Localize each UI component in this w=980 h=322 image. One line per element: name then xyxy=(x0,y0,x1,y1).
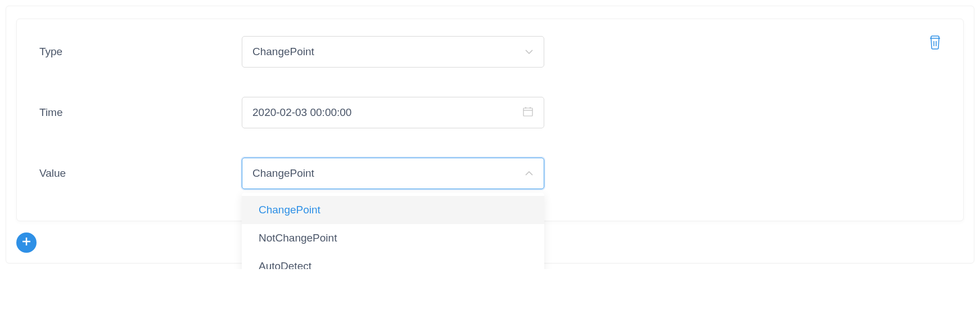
plus-icon xyxy=(21,236,31,249)
outer-card: Type ChangePoint Time xyxy=(6,6,974,263)
value-control: ChangePoint ChangePoint NotChangePoint A… xyxy=(242,158,544,189)
delete-button[interactable] xyxy=(928,35,943,50)
calendar-icon xyxy=(522,106,534,120)
time-row: Time xyxy=(39,97,941,128)
add-button[interactable] xyxy=(16,232,37,253)
dropdown-item-autodetect[interactable]: AutoDetect xyxy=(242,252,544,269)
dropdown-item-changepoint[interactable]: ChangePoint xyxy=(242,196,544,224)
chevron-up-icon xyxy=(525,169,534,178)
type-label: Type xyxy=(39,46,242,58)
value-row: Value ChangePoint ChangePoint NotChangeP… xyxy=(39,158,941,189)
time-control xyxy=(242,97,544,128)
value-select-value: ChangePoint xyxy=(252,167,314,180)
svg-rect-0 xyxy=(523,108,532,116)
type-control: ChangePoint xyxy=(242,36,544,68)
time-input-wrap[interactable] xyxy=(242,97,544,128)
value-label: Value xyxy=(39,167,242,180)
type-row: Type ChangePoint xyxy=(39,36,941,68)
trash-icon xyxy=(928,42,942,51)
chevron-down-icon xyxy=(525,47,534,56)
value-dropdown: ChangePoint NotChangePoint AutoDetect xyxy=(242,193,544,269)
type-select-value: ChangePoint xyxy=(252,46,314,58)
type-select[interactable]: ChangePoint xyxy=(242,36,544,68)
time-input[interactable] xyxy=(252,106,522,119)
dropdown-item-notchangepoint[interactable]: NotChangePoint xyxy=(242,224,544,252)
time-label: Time xyxy=(39,106,242,119)
value-select[interactable]: ChangePoint xyxy=(242,158,544,189)
feedback-card: Type ChangePoint Time xyxy=(16,19,964,221)
